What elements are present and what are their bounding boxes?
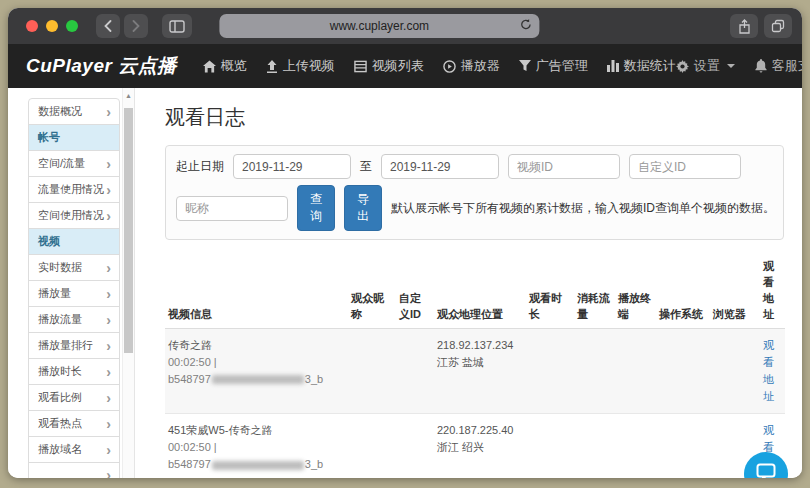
sidebar-item[interactable]: 数据概况› bbox=[29, 99, 119, 124]
date-to-input[interactable] bbox=[381, 154, 499, 179]
chevron-right-icon: › bbox=[106, 183, 111, 197]
chevron-right-icon: › bbox=[106, 365, 111, 379]
brand-logo[interactable]: CuPlayer 云点播 bbox=[26, 53, 177, 79]
minimize-button[interactable] bbox=[46, 20, 58, 32]
traffic-cell bbox=[574, 328, 615, 413]
settings-menu[interactable]: 设置 bbox=[676, 57, 735, 75]
sidebar-item[interactable]: 播放流量› bbox=[29, 306, 119, 332]
sidebar: 数据概况›帐号空间/流量›流量使用情况›空间使用情况›视频实时数据›播放量›播放… bbox=[8, 88, 122, 478]
zoom-button[interactable] bbox=[66, 20, 78, 32]
watch-address-link[interactable]: 观看地址 bbox=[763, 339, 774, 402]
export-button[interactable]: 导出 bbox=[344, 185, 382, 231]
sidebar-item[interactable]: 观看热点› bbox=[29, 410, 119, 436]
watch-time-cell bbox=[526, 328, 574, 413]
video-duration: 00:02:50 | bbox=[168, 354, 345, 371]
custom-id-input[interactable] bbox=[629, 154, 741, 179]
sidebar-item[interactable]: 播放时长› bbox=[29, 358, 119, 384]
video-id-input[interactable] bbox=[508, 154, 620, 179]
sidebar-item-label: 空间/流量 bbox=[38, 156, 85, 171]
column-header: 消耗流量 bbox=[574, 254, 615, 328]
filter-icon bbox=[519, 60, 531, 72]
chevron-right-icon: › bbox=[106, 105, 111, 119]
close-button[interactable] bbox=[26, 20, 38, 32]
reload-icon[interactable] bbox=[519, 18, 532, 34]
sidebar-item[interactable]: › bbox=[29, 462, 119, 478]
browser-window: www.cuplayer.com CuPlayer 云点播 概览上传视频视频列表… bbox=[8, 8, 802, 478]
date-from-input[interactable] bbox=[233, 154, 351, 179]
to-label: 至 bbox=[360, 158, 372, 175]
sidebar-scrollbar[interactable]: ▲ bbox=[122, 88, 135, 478]
sidebar-item[interactable]: 播放量› bbox=[29, 280, 119, 306]
share-icon bbox=[738, 19, 751, 34]
viewer-region: 江苏 盐城 bbox=[437, 354, 523, 371]
sidebar-item-label: 流量使用情况 bbox=[38, 182, 104, 197]
watch-link-cell: 观看地址 bbox=[760, 328, 785, 413]
nav-item-4[interactable]: 广告管理 bbox=[519, 57, 588, 75]
video-title: 451荣威W5-传奇之路 bbox=[168, 422, 345, 439]
sidebar-item-label: 播放量排行 bbox=[38, 338, 93, 353]
sidebar-section-header: 帐号 bbox=[29, 124, 119, 150]
nickname-cell bbox=[348, 328, 396, 413]
sidebar-item-label: 观看热点 bbox=[38, 416, 82, 431]
sidebar-item[interactable]: 流量使用情况› bbox=[29, 176, 119, 202]
custom-id-cell bbox=[396, 328, 434, 413]
gear-icon bbox=[676, 60, 689, 73]
chevron-right-icon: › bbox=[106, 313, 111, 327]
column-header: 观众昵称 bbox=[348, 254, 396, 328]
watch-time-cell bbox=[526, 413, 574, 478]
video-id: b5487973_b bbox=[168, 371, 345, 388]
nav-item-label: 数据统计 bbox=[624, 57, 676, 75]
browser-cell bbox=[710, 328, 760, 413]
viewer-ip: 220.187.225.40 bbox=[437, 422, 523, 439]
sidebar-toggle-button[interactable] bbox=[162, 14, 192, 38]
column-header: 操作系统 bbox=[656, 254, 710, 328]
video-title: 传奇之路 bbox=[168, 337, 345, 354]
chat-icon bbox=[756, 463, 776, 478]
main-panel: 观看日志 起止日期 至 查询 导出 默认展示帐号下所有视频的累计 bbox=[135, 88, 802, 478]
scrollbar-thumb[interactable] bbox=[124, 108, 133, 353]
nickname-input[interactable] bbox=[176, 196, 288, 221]
nav-item-5[interactable]: 数据统计 bbox=[607, 57, 676, 75]
chevron-right-icon: › bbox=[106, 261, 111, 275]
viewer-ip: 218.92.137.234 bbox=[437, 337, 523, 354]
sidebar-item[interactable]: 播放域名› bbox=[29, 436, 119, 462]
traffic-cell bbox=[574, 413, 615, 478]
column-header: 自定义ID bbox=[396, 254, 434, 328]
sidebar-item[interactable]: 实时数据› bbox=[29, 254, 119, 280]
sidebar-item[interactable]: 空间使用情况› bbox=[29, 202, 119, 228]
chevron-right-icon: › bbox=[106, 157, 111, 171]
nav-item-0[interactable]: 概览 bbox=[203, 57, 247, 75]
video-info-cell: 451荣威W5-传奇之路00:02:50 |b5487973_b bbox=[165, 413, 348, 478]
custom-id-cell bbox=[396, 413, 434, 478]
sidebar-item-label: 播放流量 bbox=[38, 312, 82, 327]
tabs-button[interactable] bbox=[764, 14, 792, 38]
window-controls bbox=[26, 20, 78, 32]
nav-item-label: 广告管理 bbox=[536, 57, 588, 75]
forward-button[interactable] bbox=[124, 14, 148, 38]
support-label: 客服支持 bbox=[772, 57, 802, 75]
chevron-right-icon: › bbox=[106, 417, 111, 431]
sidebar-item-label: 播放域名 bbox=[38, 442, 82, 457]
nav-item-3[interactable]: 播放器 bbox=[443, 57, 500, 75]
sidebar-section-header: 视频 bbox=[29, 228, 119, 254]
chevron-right-icon: › bbox=[106, 287, 111, 301]
sidebar-item-label: 数据概况 bbox=[38, 104, 82, 119]
back-button[interactable] bbox=[96, 14, 120, 38]
url-bar[interactable]: www.cuplayer.com bbox=[219, 14, 539, 38]
os-cell bbox=[656, 413, 710, 478]
settings-label: 设置 bbox=[694, 57, 720, 75]
column-header: 浏览器 bbox=[710, 254, 760, 328]
sidebar-item[interactable]: 空间/流量› bbox=[29, 150, 119, 176]
video-id: b5487973_b bbox=[168, 456, 345, 473]
query-button[interactable]: 查询 bbox=[297, 185, 335, 231]
sidebar-toggle-icon bbox=[169, 20, 185, 33]
forward-icon bbox=[132, 20, 140, 32]
bell-icon bbox=[755, 59, 767, 73]
support-menu[interactable]: 客服支持 bbox=[755, 57, 802, 75]
nav-item-1[interactable]: 上传视频 bbox=[266, 57, 335, 75]
sidebar-item[interactable]: 观看比例› bbox=[29, 384, 119, 410]
sidebar-item[interactable]: 播放量排行› bbox=[29, 332, 119, 358]
scroll-up-icon[interactable]: ▲ bbox=[123, 92, 134, 99]
share-button[interactable] bbox=[730, 14, 758, 38]
nav-item-2[interactable]: 视频列表 bbox=[354, 57, 424, 75]
